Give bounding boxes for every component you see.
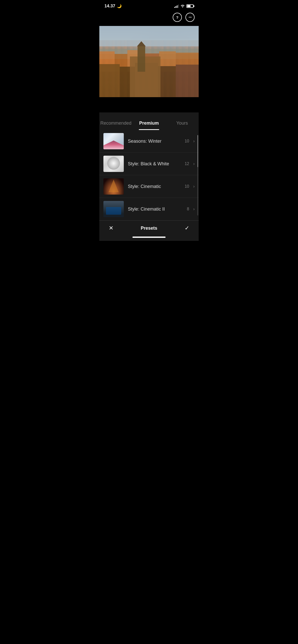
close-button[interactable]: ✕	[106, 225, 116, 231]
preset-name-cinematic2: Style: Cinematic II	[128, 207, 183, 212]
presets-title: Presets	[116, 226, 182, 231]
top-action-bar: ? ···	[99, 11, 199, 26]
preset-list: Seasons: Winter 10 › Style: Black & Whit…	[99, 130, 199, 221]
preset-thumb-bw	[103, 156, 124, 172]
preset-name-winter: Seasons: Winter	[128, 139, 181, 144]
confirm-button[interactable]: ✓	[182, 225, 192, 231]
tabs-container: Recommended Premium Yours	[99, 112, 199, 130]
preset-count-bw: 12	[185, 162, 189, 166]
photo-image	[99, 26, 199, 97]
svg-rect-13	[176, 65, 199, 97]
preset-name-bw: Style: Black & White	[128, 161, 181, 167]
bottom-bar: ✕ Presets ✓	[99, 221, 199, 235]
chevron-icon-bw: ›	[193, 162, 195, 166]
preset-info-cinematic2: Style: Cinematic II	[128, 207, 183, 212]
preset-count-cinematic2: 8	[187, 207, 189, 211]
time-display: 14.37	[104, 4, 115, 9]
wifi-icon	[180, 4, 185, 8]
preset-info-cinematic: Style: Cinematic	[128, 184, 181, 189]
preset-info-winter: Seasons: Winter	[128, 139, 181, 144]
svg-rect-12	[158, 66, 176, 97]
preset-item-cinematic[interactable]: Style: Cinematic 10 ›	[99, 175, 199, 198]
preset-item-bw[interactable]: Style: Black & White 12 ›	[99, 153, 199, 175]
preset-count-winter: 10	[185, 139, 189, 143]
preset-thumb-cinematic	[103, 178, 124, 195]
home-indicator	[99, 235, 199, 241]
tab-recommended[interactable]: Recommended	[99, 118, 132, 130]
more-button[interactable]: ···	[185, 13, 195, 22]
status-time: 14.37 🌙	[104, 4, 122, 9]
scroll-thumb	[197, 135, 198, 167]
status-icons	[174, 4, 194, 8]
status-bar: 14.37 🌙	[99, 0, 199, 11]
signal-icon	[174, 4, 179, 8]
moon-icon: 🌙	[117, 4, 122, 8]
preset-thumb-cinematic2	[103, 201, 124, 217]
svg-rect-15	[138, 46, 145, 72]
home-bar	[132, 237, 166, 238]
chevron-icon-cinematic2: ›	[193, 207, 195, 211]
chevron-icon-winter: ›	[193, 139, 195, 143]
photo-container	[99, 26, 199, 97]
preset-name-cinematic: Style: Cinematic	[128, 184, 181, 189]
battery-icon	[186, 4, 194, 8]
chevron-icon-cinematic: ›	[193, 184, 195, 189]
help-button[interactable]: ?	[173, 13, 182, 22]
tab-premium[interactable]: Premium	[132, 118, 166, 130]
tab-yours[interactable]: Yours	[166, 118, 199, 130]
preset-count-cinematic: 10	[185, 184, 189, 189]
preset-info-bw: Style: Black & White	[128, 161, 181, 167]
preset-thumb-winter	[103, 133, 124, 149]
photo-spacer	[99, 97, 199, 112]
preset-item-cinematic2[interactable]: Style: Cinematic II 8 ›	[99, 198, 199, 221]
preset-item-winter[interactable]: Seasons: Winter 10 ›	[99, 130, 199, 153]
svg-rect-9	[99, 64, 120, 97]
scroll-indicator	[197, 135, 198, 215]
